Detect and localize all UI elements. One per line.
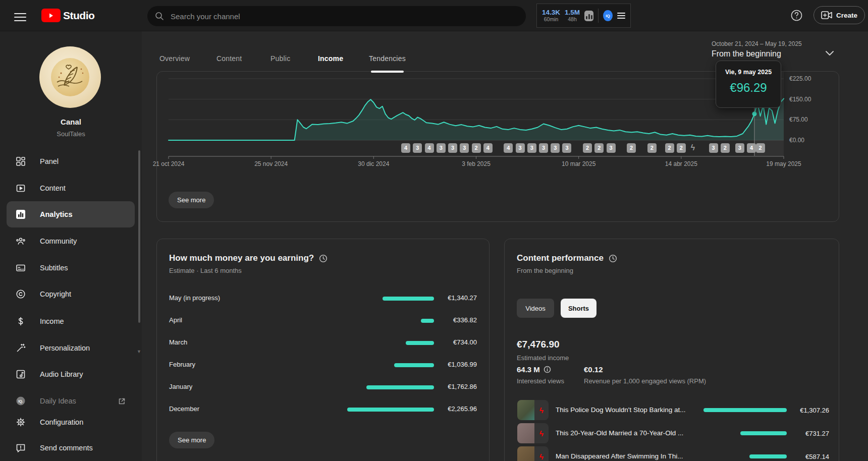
chart-see-more-button[interactable]: See more: [169, 192, 214, 208]
extension-chart-icon[interactable]: [584, 11, 593, 21]
video-count-badge[interactable]: 4: [504, 143, 513, 153]
video-count-badge[interactable]: 2: [583, 143, 592, 153]
sidebar-item-panel[interactable]: Panel: [7, 148, 135, 175]
video-count-badge[interactable]: 3: [413, 143, 422, 153]
video-count-badge[interactable]: 2: [721, 143, 730, 153]
video-count-badge[interactable]: 4: [747, 143, 756, 153]
channel-avatar[interactable]: [39, 46, 101, 108]
analytics-icon: [15, 209, 26, 220]
tab-income[interactable]: Income: [318, 54, 343, 63]
video-count-badge[interactable]: 3: [516, 143, 525, 153]
video-count-badge[interactable]: 3: [527, 143, 536, 153]
video-count-badge[interactable]: 3: [539, 143, 548, 153]
video-count-badge[interactable]: 2: [472, 143, 481, 153]
earnings-see-more-button[interactable]: See more: [169, 432, 214, 448]
info-icon[interactable]: [544, 366, 551, 373]
sidebar-item-income[interactable]: Income: [7, 308, 135, 334]
sidebar-item-send-comments[interactable]: Send comments: [7, 435, 135, 461]
sidebar-item-label: Personalization: [40, 344, 90, 352]
earnings-row-december: December€2,265.96: [157, 405, 490, 414]
tab-content[interactable]: Content: [216, 54, 242, 63]
video-earnings-value: €587.14: [790, 453, 829, 460]
sidebar-item-content[interactable]: Content: [7, 175, 135, 201]
create-button[interactable]: Create: [813, 6, 865, 24]
sidebar-item-configuration[interactable]: Configuration: [7, 409, 135, 435]
video-count-badge[interactable]: 3: [562, 143, 571, 153]
video-count-badge[interactable]: 4: [401, 143, 410, 153]
x-axis-tick: 30 dic 2024: [358, 160, 389, 167]
video-count-badge[interactable]: 3: [551, 143, 560, 153]
video-count-badge[interactable]: 2: [627, 143, 636, 153]
video-row[interactable]: ϟThis Police Dog Wouldn't Stop Barking a…: [505, 400, 840, 420]
sidebar-item-analytics[interactable]: Analytics: [7, 201, 135, 227]
extension-stat-views: 14.3K 60min: [542, 9, 560, 22]
video-row[interactable]: ϟMan Disappeared After Swimming In Thi..…: [505, 446, 840, 461]
video-count-badge[interactable]: 2: [756, 143, 765, 153]
x-axis-tick: 14 abr 2025: [665, 160, 697, 167]
sidebar-item-label: Analytics: [40, 210, 72, 218]
sidebar-item-label: Send comments: [40, 444, 93, 452]
sidebar-item-subtitles[interactable]: Subtitles: [7, 255, 135, 281]
video-count-badge[interactable]: 2: [677, 143, 686, 153]
svg-text:IQ.: IQ.: [18, 399, 23, 404]
video-thumbnail: ϟ: [517, 423, 549, 443]
search-input[interactable]: [171, 12, 519, 21]
menu-icon[interactable]: [14, 11, 26, 21]
video-count-badge[interactable]: 2: [665, 143, 674, 153]
sidebar-item-label: Panel: [40, 157, 59, 165]
video-earnings-bar: [703, 408, 787, 412]
video-count-badge[interactable]: 3: [448, 143, 457, 153]
shorts-upload-badge[interactable]: ϟ: [688, 143, 697, 153]
video-count-badge[interactable]: 3: [460, 143, 469, 153]
month-label: January: [169, 383, 192, 390]
sidebar-item-label: Audio Library: [40, 370, 83, 378]
sidebar-item-label: Community: [40, 237, 77, 245]
clock-icon: [609, 254, 617, 263]
video-count-badge[interactable]: 4: [483, 143, 493, 153]
sidebar-item-copyright[interactable]: Copyright: [7, 281, 135, 307]
videos-toggle-chip[interactable]: Videos: [517, 299, 554, 318]
earnings-value: €1,036.99: [436, 361, 477, 368]
x-axis-tick: 10 mar 2025: [562, 160, 595, 167]
tooltip-date: Vie, 9 may 2025: [716, 69, 781, 76]
help-button[interactable]: [790, 9, 803, 22]
sidebar-item-label: Configuration: [40, 418, 83, 426]
sidebar-scrollbar[interactable]: [138, 150, 140, 323]
content-performance-card: Content performance From the beginning V…: [504, 239, 839, 461]
vidiq-icon[interactable]: IQ: [603, 10, 613, 21]
external-link-icon: [118, 397, 126, 407]
x-axis-tick: 21 oct 2024: [153, 160, 185, 167]
channel-name: Canal: [0, 118, 142, 126]
video-count-badge[interactable]: 3: [709, 143, 718, 153]
earnings-row-april: April€336.82: [157, 316, 490, 325]
extension-menu-icon[interactable]: [617, 11, 625, 20]
video-count-badge[interactable]: 2: [647, 143, 657, 153]
search-bar[interactable]: [147, 6, 526, 26]
tab-tendencies[interactable]: Tendencies: [369, 54, 406, 63]
sidebar-item-label: Daily Ideas: [40, 397, 76, 405]
scrollbar-down-arrow[interactable]: ▼: [137, 349, 141, 354]
y-axis-tick: €75.00: [789, 116, 808, 123]
sidebar-item-personalization[interactable]: Personalization: [7, 335, 135, 361]
tab-overview[interactable]: Overview: [159, 54, 190, 63]
video-row[interactable]: ϟThis 20-Year-Old Married a 70-Year-Old …: [505, 423, 840, 443]
y-axis-tick: €0.00: [789, 137, 804, 144]
video-count-badge[interactable]: 3: [735, 143, 744, 153]
chevron-down-icon[interactable]: [825, 50, 834, 56]
studio-logo[interactable]: Studio: [41, 9, 94, 22]
sidebar-item-community[interactable]: Community: [7, 228, 135, 254]
sidebar-item-audio-library[interactable]: Audio Library: [7, 361, 135, 387]
date-range-text: October 21, 2024 – May 19, 2025: [712, 40, 838, 47]
x-axis-tick: 19 may 2025: [766, 160, 801, 167]
date-range-selector[interactable]: October 21, 2024 – May 19, 2025 From the…: [712, 40, 838, 59]
shorts-toggle-chip[interactable]: Shorts: [561, 299, 596, 318]
video-thumbnail: ϟ: [517, 400, 549, 420]
tab-public[interactable]: Public: [270, 54, 290, 63]
video-count-badge[interactable]: 2: [594, 143, 604, 153]
earnings-row-march: March€734.00: [157, 338, 490, 348]
audio-library-icon: [15, 369, 26, 380]
video-count-badge[interactable]: 3: [437, 143, 446, 153]
feedback-icon: [15, 442, 26, 453]
video-count-badge[interactable]: 3: [607, 143, 616, 153]
video-count-badge[interactable]: 4: [425, 143, 434, 153]
